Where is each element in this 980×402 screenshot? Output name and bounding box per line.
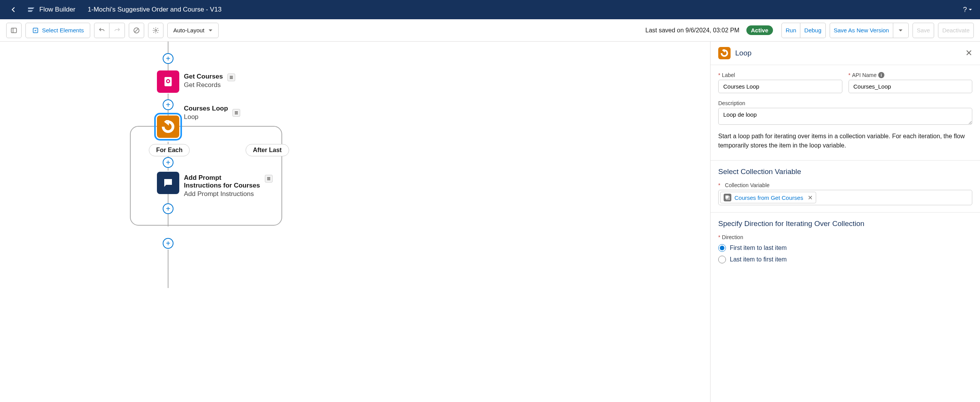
node-title: Courses Loop	[184, 105, 228, 112]
for-each-pill: For Each	[149, 144, 190, 156]
after-last-pill: After Last	[246, 144, 289, 156]
app-logo: Flow Builder	[27, 5, 76, 14]
toggle-panel-button[interactable]	[6, 23, 22, 38]
api-name-field-label: *API Name i	[849, 72, 973, 78]
node-subtitle: Get Records	[184, 81, 223, 89]
close-panel-button[interactable]: ✕	[965, 48, 972, 58]
direction-label: *Direction	[718, 234, 972, 240]
node-menu-icon[interactable]	[227, 74, 235, 81]
app-header: Flow Builder 1-Mochi's Suggestive Order …	[0, 0, 980, 19]
add-element-button[interactable]: +	[163, 238, 173, 249]
remove-token-button[interactable]: ✕	[808, 194, 813, 201]
help-menu[interactable]: ?	[963, 6, 972, 14]
radio-first-to-last[interactable]	[718, 244, 726, 252]
specify-direction-title: Specify Direction for Iterating Over Col…	[718, 219, 972, 228]
svg-rect-12	[267, 177, 270, 178]
node-menu-icon[interactable]	[265, 175, 273, 183]
svg-line-4	[135, 28, 138, 32]
api-name-input[interactable]	[849, 80, 973, 93]
loop-node-icon-wrapper[interactable]	[157, 116, 179, 138]
svg-rect-0	[11, 28, 17, 33]
deactivate-button: Deactivate	[938, 23, 974, 38]
flow-builder-icon	[27, 5, 35, 14]
auto-layout-dropdown[interactable]: Auto-Layout	[167, 23, 219, 38]
svg-rect-9	[235, 111, 238, 112]
node-title: Get Courses	[184, 73, 223, 80]
add-element-button[interactable]: +	[163, 53, 173, 64]
select-collection-title: Select Collection Variable	[718, 168, 972, 176]
last-saved-text: Last saved on 9/6/2024, 03:02 PM	[645, 27, 739, 34]
node-subtitle: Add Prompt Instructions	[184, 190, 260, 198]
description-field-label: Description	[718, 100, 972, 106]
get-records-icon	[157, 70, 179, 93]
redo-button[interactable]	[109, 23, 125, 38]
status-badge: Active	[746, 25, 773, 35]
get-records-node[interactable]: Get Courses Get Records	[157, 70, 235, 93]
collection-variable-input[interactable]: Courses from Get Courses ✕	[718, 190, 972, 205]
add-element-button[interactable]: +	[163, 203, 173, 214]
add-element-button[interactable]: +	[163, 157, 173, 168]
direction-first-to-last[interactable]: First item to last item	[718, 244, 972, 252]
save-button: Save	[913, 23, 934, 38]
app-name: Flow Builder	[39, 6, 76, 13]
main: + Get Courses Get Records + Courses Loop…	[0, 42, 980, 402]
run-button[interactable]: Run	[781, 23, 801, 38]
undo-button[interactable]	[94, 23, 109, 38]
token-label: Courses from Get Courses	[734, 194, 803, 201]
settings-button[interactable]	[148, 23, 163, 38]
svg-point-5	[155, 29, 157, 31]
block-button[interactable]	[129, 23, 144, 38]
panel-header: Loop ✕	[711, 42, 980, 65]
svg-rect-11	[235, 114, 238, 114]
chevron-down-icon	[898, 28, 903, 33]
node-menu-icon[interactable]	[232, 109, 240, 117]
back-button[interactable]	[8, 4, 19, 15]
svg-rect-15	[726, 196, 729, 199]
collection-token[interactable]: Courses from Get Courses ✕	[720, 192, 816, 203]
flow-canvas[interactable]: + Get Courses Get Records + Courses Loop…	[0, 42, 710, 402]
save-as-new-dropdown[interactable]	[893, 23, 909, 38]
loop-icon	[718, 47, 731, 59]
node-subtitle: Loop	[184, 113, 228, 121]
properties-panel: Loop ✕ *Label *API Name i Description St…	[710, 42, 980, 402]
svg-rect-13	[267, 178, 270, 179]
prompt-icon	[157, 172, 179, 194]
add-prompt-node[interactable]: Add Prompt Instructions for Courses Add …	[157, 172, 273, 198]
description-input[interactable]	[718, 108, 972, 125]
label-field-label: *Label	[718, 72, 842, 78]
node-title: Add Prompt Instructions for Courses	[184, 174, 260, 189]
radio-last-to-first[interactable]	[718, 256, 726, 263]
svg-rect-8	[230, 78, 233, 79]
loop-help-text: Start a loop path for iterating over ite…	[718, 132, 972, 150]
svg-rect-10	[235, 112, 238, 113]
debug-button[interactable]: Debug	[800, 23, 825, 38]
label-input[interactable]	[718, 80, 842, 93]
chevron-down-icon	[968, 8, 972, 12]
svg-rect-14	[267, 179, 270, 180]
svg-rect-6	[230, 76, 233, 77]
svg-rect-7	[230, 77, 233, 78]
loop-icon	[157, 116, 179, 138]
toolbar: Select Elements Auto-Layout Last saved o…	[0, 19, 980, 42]
chevron-down-icon	[208, 28, 213, 33]
select-elements-label: Select Elements	[42, 27, 84, 34]
auto-layout-label: Auto-Layout	[173, 27, 204, 34]
collection-icon	[724, 194, 731, 201]
save-as-new-button[interactable]: Save As New Version	[830, 23, 893, 38]
direction-last-to-first[interactable]: Last item to first item	[718, 256, 972, 263]
panel-title: Loop	[735, 49, 751, 57]
collection-variable-label: * Collection Variable	[718, 182, 972, 188]
select-elements-button[interactable]: Select Elements	[25, 23, 90, 38]
flow-name: 1-Mochi's Suggestive Order and Course - …	[88, 6, 222, 13]
help-icon: ?	[963, 6, 967, 14]
connectors	[0, 42, 710, 402]
info-icon[interactable]: i	[878, 72, 884, 78]
